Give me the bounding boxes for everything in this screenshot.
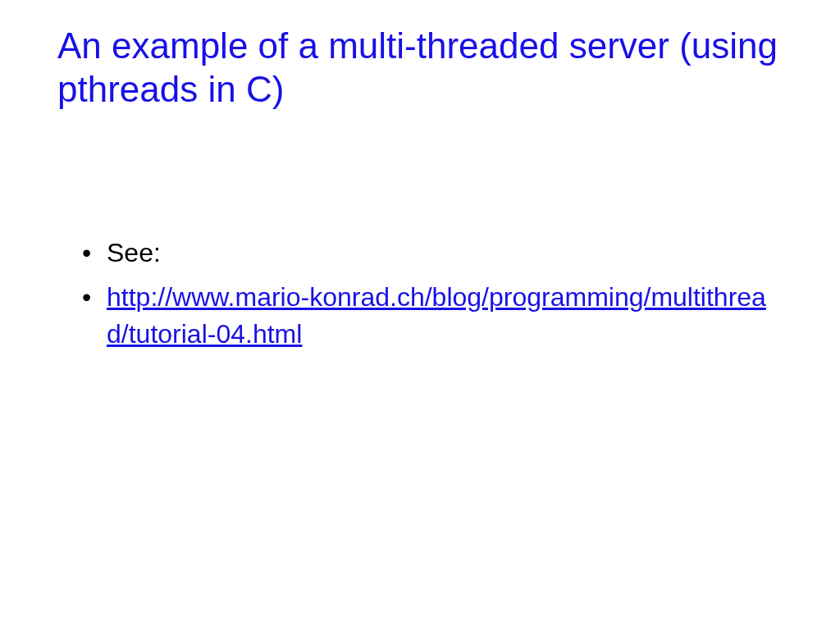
bullet-list: See: http://www.mario-konrad.ch/blog/pro… [57, 235, 783, 353]
list-item: http://www.mario-konrad.ch/blog/programm… [82, 279, 783, 353]
bullet-text: See: [107, 238, 161, 267]
tutorial-link[interactable]: http://www.mario-konrad.ch/blog/programm… [107, 282, 766, 349]
slide-title: An example of a multi-threaded server (u… [57, 25, 783, 112]
list-item: See: [82, 235, 783, 272]
